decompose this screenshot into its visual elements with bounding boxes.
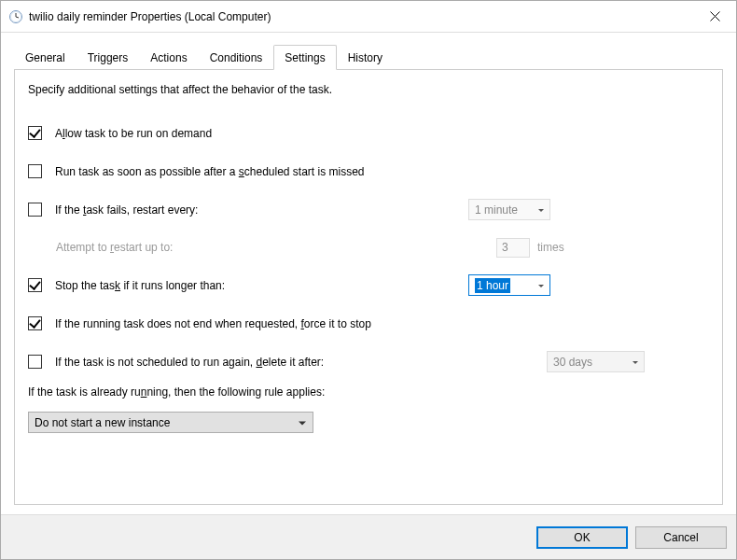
label-restart-if-fails: If the task fails, restart every: [55, 203, 198, 217]
tab-triggers[interactable]: Triggers [76, 45, 140, 70]
label-stop-if-longer: Stop the task if it runs longer than: [55, 279, 225, 292]
label-run-asap: Run task as soon as possible after a sch… [55, 165, 365, 178]
cancel-button[interactable]: Cancel [635, 526, 727, 549]
tab-settings[interactable]: Settings [273, 45, 336, 70]
dropdown-stop-duration[interactable]: 1 hour [468, 274, 550, 296]
checkbox-allow-on-demand[interactable] [28, 126, 42, 140]
window-title: twilio daily reminder Properties (Local … [29, 10, 693, 23]
label-allow-on-demand: Allow task to be run on demand [55, 127, 212, 140]
tab-general[interactable]: General [14, 45, 76, 70]
checkbox-stop-if-longer[interactable] [28, 278, 42, 292]
tab-history[interactable]: History [337, 45, 394, 70]
label-restart-attempts: Attempt to restart up to: [56, 241, 173, 254]
label-force-stop: If the running task does not end when re… [55, 317, 371, 330]
dialog-footer: OK Cancel [1, 514, 736, 559]
label-delete-after: If the task is not scheduled to run agai… [55, 356, 324, 369]
input-restart-attempts: 3 [496, 238, 530, 258]
dropdown-delete-after: 30 days [547, 351, 645, 372]
tab-strip: General Triggers Actions Conditions Sett… [14, 44, 723, 69]
chevron-down-icon [538, 284, 544, 287]
clock-icon [8, 9, 23, 24]
settings-intro: Specify additional settings that affect … [28, 83, 709, 96]
label-running-rule: If the task is already running, then the… [28, 385, 325, 399]
checkbox-force-stop[interactable] [28, 316, 42, 330]
chevron-down-icon [633, 360, 638, 363]
dropdown-restart-interval: 1 minute [468, 199, 550, 220]
dropdown-running-rule[interactable]: Do not start a new instance [28, 412, 313, 433]
close-button[interactable] [693, 1, 736, 32]
tab-actions[interactable]: Actions [139, 45, 198, 70]
chevron-down-icon [299, 421, 306, 425]
label-times-suffix: times [537, 241, 564, 254]
chevron-down-icon [538, 208, 544, 211]
titlebar: twilio daily reminder Properties (Local … [1, 1, 736, 33]
tab-conditions[interactable]: Conditions [199, 45, 274, 70]
close-icon [710, 11, 720, 21]
checkbox-restart-if-fails[interactable] [28, 203, 42, 217]
settings-panel: Specify additional settings that affect … [14, 69, 723, 505]
checkbox-delete-after[interactable] [28, 355, 42, 369]
checkbox-run-asap[interactable] [28, 164, 42, 178]
ok-button[interactable]: OK [536, 526, 628, 549]
